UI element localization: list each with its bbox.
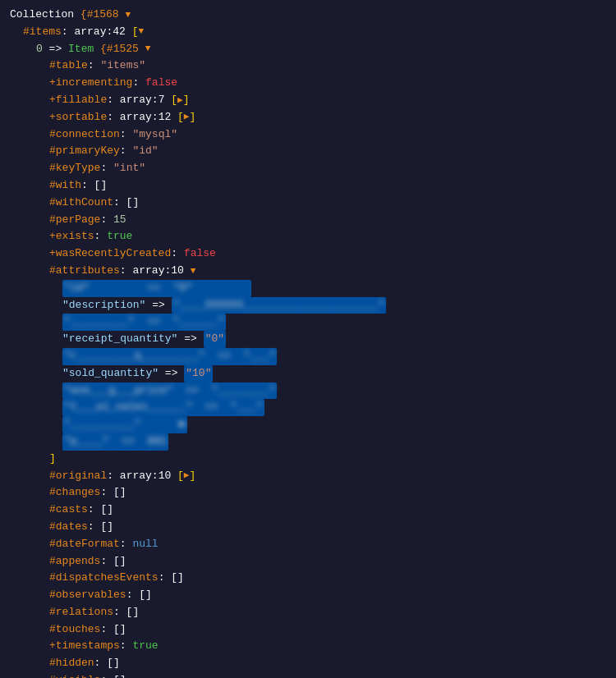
touches-row: #touches: [] — [10, 621, 606, 639]
attr-row9: "__________" ▶ — [10, 416, 606, 433]
with-row: #with: [] — [10, 177, 606, 195]
timestamps-row: +timestamps: true — [10, 638, 606, 655]
attr-row10: "p____" => 001 — [10, 433, 606, 451]
visible-row: #visible: [] — [10, 672, 606, 678]
fillable-row[interactable]: +fillable: array:7 [▶] — [10, 92, 606, 109]
wasrecentlycreated-row: +wasRecentlyCreated: false — [10, 245, 606, 263]
items-key: #items — [23, 24, 62, 41]
items-expand-icon[interactable]: ▼ — [138, 25, 144, 39]
dateformat-row: #dateFormat: null — [10, 536, 606, 553]
collapse-icon[interactable]: ▼ — [125, 8, 131, 23]
sortable-row[interactable]: +sortable: array:12 [▶] — [10, 109, 606, 126]
attr-description-row: "description" => "____XXXXXX____________… — [10, 297, 606, 314]
dates-row: #dates: [] — [10, 519, 606, 536]
attr-remaining-row: "r_________q_________" => "___" — [10, 348, 606, 365]
observables-row: #observables: [] — [10, 587, 606, 604]
dispatchesevents-row: #dispatchesEvents: [] — [10, 570, 606, 587]
attr-sold-quantity-row: "sold_quantity" => "10" — [10, 365, 606, 383]
relations-row: #relations: [] — [10, 604, 606, 621]
changes-row: #changes: [] — [10, 484, 606, 502]
original-row[interactable]: #original: array:10 [▶] — [10, 468, 606, 485]
collection-header[interactable]: Collection {#1568 ▼ — [10, 7, 606, 24]
items-row[interactable]: #items: array:42 [▼ — [10, 24, 606, 41]
keytype-row: #keyType: "int" — [10, 160, 606, 177]
collection-label: Collection — [10, 7, 80, 24]
connection-row: #connection: "mysql" — [10, 126, 606, 144]
withcount-row: #withCount: [] — [10, 195, 606, 212]
item-0-header[interactable]: 0 => Item {#1525 ▼ — [10, 41, 606, 58]
attr-row3: "_________" => "______" — [10, 314, 606, 331]
incrementing-row: +incrementing: false — [10, 75, 606, 92]
attr-id-row: "id" => "0" — [10, 280, 606, 297]
exists-row: +exists: true — [10, 228, 606, 245]
attributes-close: ] — [10, 451, 606, 468]
attr-average-price-row: "ave___g___price" => "________" — [10, 383, 606, 400]
attributes-row[interactable]: #attributes: array:10 ▼ — [10, 263, 606, 280]
appends-row: #appends: [] — [10, 553, 606, 570]
attr-total-sales-row: "t___al_sales______" => "___" — [10, 399, 606, 416]
hidden-row: #hidden: [] — [10, 655, 606, 672]
table-row: #table: "items" — [10, 57, 606, 75]
primarykey-row: #primaryKey: "id" — [10, 143, 606, 160]
attr-receipt-quantity-row: "receipt_quantity" => "0" — [10, 331, 606, 348]
code-container: Collection {#1568 ▼ #items: array:42 [▼ … — [0, 0, 616, 678]
collection-id: {#1568 — [80, 7, 119, 24]
casts-row: #casts: [] — [10, 502, 606, 519]
perpage-row: #perPage: 15 — [10, 212, 606, 229]
